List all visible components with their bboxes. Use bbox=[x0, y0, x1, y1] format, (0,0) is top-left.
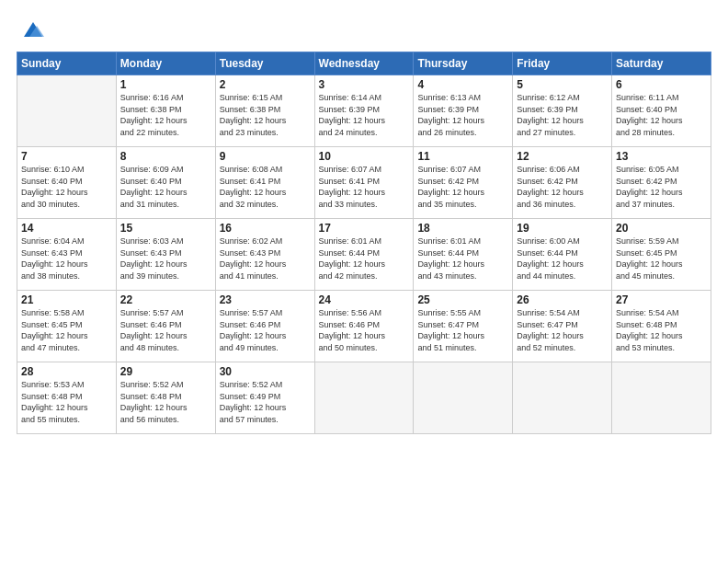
day-info: Sunrise: 5:54 AM Sunset: 6:47 PM Dayligh… bbox=[517, 307, 608, 353]
day-number: 16 bbox=[220, 222, 311, 235]
calendar-day-cell: 24Sunrise: 5:56 AM Sunset: 6:46 PM Dayli… bbox=[314, 291, 414, 362]
day-number: 10 bbox=[319, 150, 410, 163]
day-number: 15 bbox=[120, 222, 211, 235]
day-info: Sunrise: 5:57 AM Sunset: 6:46 PM Dayligh… bbox=[220, 307, 311, 353]
calendar-week-row: 1Sunrise: 6:16 AM Sunset: 6:38 PM Daylig… bbox=[17, 75, 711, 147]
day-info: Sunrise: 6:08 AM Sunset: 6:41 PM Dayligh… bbox=[220, 164, 311, 210]
day-info: Sunrise: 5:52 AM Sunset: 6:48 PM Dayligh… bbox=[120, 379, 211, 425]
calendar-table: SundayMondayTuesdayWednesdayThursdayFrid… bbox=[17, 52, 711, 434]
day-of-week-header: Thursday bbox=[414, 52, 513, 75]
calendar-day-cell: 6Sunrise: 6:11 AM Sunset: 6:40 PM Daylig… bbox=[612, 75, 711, 147]
day-number: 30 bbox=[220, 365, 311, 378]
day-info: Sunrise: 6:03 AM Sunset: 6:43 PM Dayligh… bbox=[120, 236, 211, 282]
calendar-day-cell: 26Sunrise: 5:54 AM Sunset: 6:47 PM Dayli… bbox=[513, 291, 612, 362]
calendar-day-cell: 28Sunrise: 5:53 AM Sunset: 6:48 PM Dayli… bbox=[17, 362, 117, 434]
day-number: 4 bbox=[417, 78, 508, 91]
calendar-day-cell: 15Sunrise: 6:03 AM Sunset: 6:43 PM Dayli… bbox=[116, 219, 215, 291]
day-info: Sunrise: 6:07 AM Sunset: 6:42 PM Dayligh… bbox=[417, 164, 508, 210]
calendar-day-cell: 23Sunrise: 5:57 AM Sunset: 6:46 PM Dayli… bbox=[215, 291, 314, 362]
day-info: Sunrise: 6:01 AM Sunset: 6:44 PM Dayligh… bbox=[319, 236, 410, 282]
day-of-week-header: Monday bbox=[116, 52, 215, 75]
day-info: Sunrise: 6:13 AM Sunset: 6:39 PM Dayligh… bbox=[417, 92, 508, 138]
calendar-day-cell: 2Sunrise: 6:15 AM Sunset: 6:38 PM Daylig… bbox=[215, 75, 314, 147]
day-number: 13 bbox=[616, 150, 707, 163]
calendar-day-cell: 29Sunrise: 5:52 AM Sunset: 6:48 PM Dayli… bbox=[116, 362, 215, 434]
logo-icon bbox=[20, 17, 46, 42]
calendar-day-cell: 1Sunrise: 6:16 AM Sunset: 6:38 PM Daylig… bbox=[116, 75, 215, 147]
calendar-day-cell: 27Sunrise: 5:54 AM Sunset: 6:48 PM Dayli… bbox=[612, 291, 711, 362]
day-info: Sunrise: 6:07 AM Sunset: 6:41 PM Dayligh… bbox=[319, 164, 410, 210]
day-number: 27 bbox=[616, 293, 707, 306]
day-number: 11 bbox=[417, 150, 508, 163]
day-info: Sunrise: 5:57 AM Sunset: 6:46 PM Dayligh… bbox=[120, 307, 211, 353]
day-of-week-header: Sunday bbox=[17, 52, 117, 75]
day-info: Sunrise: 5:54 AM Sunset: 6:48 PM Dayligh… bbox=[616, 307, 707, 353]
calendar-day-cell: 12Sunrise: 6:06 AM Sunset: 6:42 PM Dayli… bbox=[513, 147, 612, 219]
calendar-day-cell: 17Sunrise: 6:01 AM Sunset: 6:44 PM Dayli… bbox=[314, 219, 414, 291]
calendar-day-cell: 7Sunrise: 6:10 AM Sunset: 6:40 PM Daylig… bbox=[17, 147, 117, 219]
calendar-day-cell: 10Sunrise: 6:07 AM Sunset: 6:41 PM Dayli… bbox=[314, 147, 414, 219]
day-info: Sunrise: 5:58 AM Sunset: 6:45 PM Dayligh… bbox=[21, 307, 112, 353]
day-info: Sunrise: 5:59 AM Sunset: 6:45 PM Dayligh… bbox=[616, 236, 707, 282]
day-number: 14 bbox=[21, 222, 112, 235]
day-info: Sunrise: 6:16 AM Sunset: 6:38 PM Dayligh… bbox=[120, 92, 211, 138]
day-info: Sunrise: 6:05 AM Sunset: 6:42 PM Dayligh… bbox=[616, 164, 707, 210]
calendar-day-cell: 18Sunrise: 6:01 AM Sunset: 6:44 PM Dayli… bbox=[414, 219, 513, 291]
calendar-day-cell: 19Sunrise: 6:00 AM Sunset: 6:44 PM Dayli… bbox=[513, 219, 612, 291]
calendar-day-cell: 16Sunrise: 6:02 AM Sunset: 6:43 PM Dayli… bbox=[215, 219, 314, 291]
day-number: 18 bbox=[417, 222, 508, 235]
calendar-day-cell: 25Sunrise: 5:55 AM Sunset: 6:47 PM Dayli… bbox=[414, 291, 513, 362]
day-number: 2 bbox=[220, 78, 311, 91]
day-number: 23 bbox=[220, 293, 311, 306]
logo bbox=[17, 17, 46, 42]
day-info: Sunrise: 5:55 AM Sunset: 6:47 PM Dayligh… bbox=[417, 307, 508, 353]
day-info: Sunrise: 6:00 AM Sunset: 6:44 PM Dayligh… bbox=[517, 236, 608, 282]
day-info: Sunrise: 6:12 AM Sunset: 6:39 PM Dayligh… bbox=[517, 92, 608, 138]
day-number: 17 bbox=[319, 222, 410, 235]
day-number: 7 bbox=[21, 150, 112, 163]
day-number: 20 bbox=[616, 222, 707, 235]
day-number: 12 bbox=[517, 150, 608, 163]
day-of-week-header: Saturday bbox=[612, 52, 711, 75]
calendar-week-row: 28Sunrise: 5:53 AM Sunset: 6:48 PM Dayli… bbox=[17, 362, 711, 434]
day-number: 3 bbox=[319, 78, 410, 91]
calendar-day-cell: 30Sunrise: 5:52 AM Sunset: 6:49 PM Dayli… bbox=[215, 362, 314, 434]
calendar-day-cell bbox=[414, 362, 513, 434]
day-number: 22 bbox=[120, 293, 211, 306]
day-info: Sunrise: 6:11 AM Sunset: 6:40 PM Dayligh… bbox=[616, 92, 707, 138]
day-info: Sunrise: 6:10 AM Sunset: 6:40 PM Dayligh… bbox=[21, 164, 112, 210]
day-number: 6 bbox=[616, 78, 707, 91]
calendar-day-cell: 8Sunrise: 6:09 AM Sunset: 6:40 PM Daylig… bbox=[116, 147, 215, 219]
day-of-week-header: Wednesday bbox=[314, 52, 414, 75]
day-info: Sunrise: 5:52 AM Sunset: 6:49 PM Dayligh… bbox=[220, 379, 311, 425]
calendar-day-cell: 4Sunrise: 6:13 AM Sunset: 6:39 PM Daylig… bbox=[414, 75, 513, 147]
day-info: Sunrise: 6:15 AM Sunset: 6:38 PM Dayligh… bbox=[220, 92, 311, 138]
day-info: Sunrise: 5:56 AM Sunset: 6:46 PM Dayligh… bbox=[319, 307, 410, 353]
calendar-week-row: 21Sunrise: 5:58 AM Sunset: 6:45 PM Dayli… bbox=[17, 291, 711, 362]
day-of-week-header: Tuesday bbox=[215, 52, 314, 75]
calendar-day-cell: 9Sunrise: 6:08 AM Sunset: 6:41 PM Daylig… bbox=[215, 147, 314, 219]
calendar-week-row: 7Sunrise: 6:10 AM Sunset: 6:40 PM Daylig… bbox=[17, 147, 711, 219]
day-info: Sunrise: 6:04 AM Sunset: 6:43 PM Dayligh… bbox=[21, 236, 112, 282]
day-info: Sunrise: 6:14 AM Sunset: 6:39 PM Dayligh… bbox=[319, 92, 410, 138]
calendar-day-cell: 20Sunrise: 5:59 AM Sunset: 6:45 PM Dayli… bbox=[612, 219, 711, 291]
day-info: Sunrise: 5:53 AM Sunset: 6:48 PM Dayligh… bbox=[21, 379, 112, 425]
calendar-day-cell bbox=[612, 362, 711, 434]
calendar-week-row: 14Sunrise: 6:04 AM Sunset: 6:43 PM Dayli… bbox=[17, 219, 711, 291]
calendar-day-cell: 13Sunrise: 6:05 AM Sunset: 6:42 PM Dayli… bbox=[612, 147, 711, 219]
calendar-day-cell: 22Sunrise: 5:57 AM Sunset: 6:46 PM Dayli… bbox=[116, 291, 215, 362]
calendar-day-cell bbox=[314, 362, 414, 434]
day-info: Sunrise: 6:01 AM Sunset: 6:44 PM Dayligh… bbox=[417, 236, 508, 282]
calendar-day-cell bbox=[17, 75, 117, 147]
day-number: 24 bbox=[319, 293, 410, 306]
calendar-day-cell: 11Sunrise: 6:07 AM Sunset: 6:42 PM Dayli… bbox=[414, 147, 513, 219]
day-number: 1 bbox=[120, 78, 211, 91]
day-of-week-header: Friday bbox=[513, 52, 612, 75]
day-number: 19 bbox=[517, 222, 608, 235]
calendar-day-cell bbox=[513, 362, 612, 434]
calendar-header-row: SundayMondayTuesdayWednesdayThursdayFrid… bbox=[17, 52, 711, 75]
calendar-day-cell: 14Sunrise: 6:04 AM Sunset: 6:43 PM Dayli… bbox=[17, 219, 117, 291]
day-number: 21 bbox=[21, 293, 112, 306]
day-number: 28 bbox=[21, 365, 112, 378]
day-number: 9 bbox=[220, 150, 311, 163]
